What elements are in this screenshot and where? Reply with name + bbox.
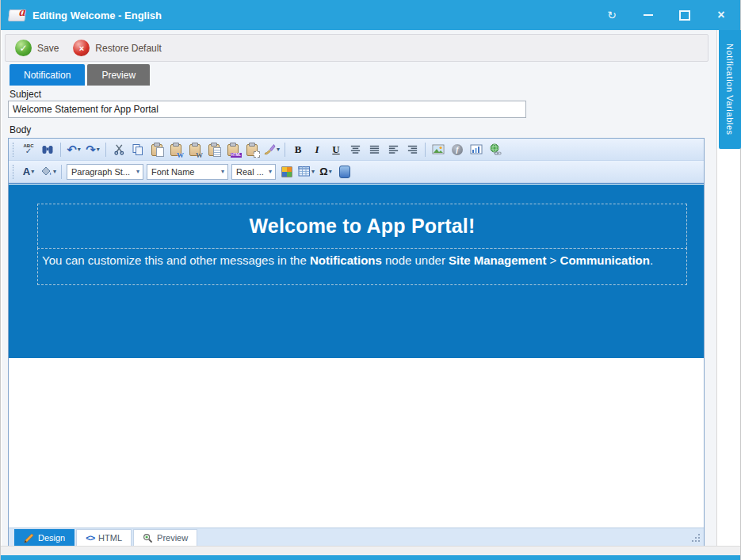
undo-button[interactable]: ↶ ▾ (64, 140, 83, 159)
insert-table-dropdown-arrow[interactable]: ▾ (311, 168, 315, 175)
redo-icon: ↷ (86, 143, 96, 155)
redo-dropdown-arrow[interactable]: ▾ (97, 146, 100, 153)
separator (285, 143, 285, 157)
insert-symbol-dropdown-arrow[interactable]: ▾ (329, 168, 332, 175)
maximize-button[interactable] (678, 9, 691, 21)
paste-special-icon (246, 144, 258, 156)
background-color-button[interactable]: ▾ (38, 162, 58, 181)
minimize-button[interactable] (642, 9, 655, 21)
font-size-select[interactable]: Real ... ▾ (231, 164, 276, 180)
justify-button[interactable] (365, 140, 384, 159)
paste-as-html-icon: HTML (227, 144, 239, 156)
align-left-icon (388, 143, 399, 155)
paragraph-style-select[interactable]: Paragraph St... ▾ (67, 164, 143, 180)
undo-dropdown-arrow[interactable]: ▾ (78, 146, 81, 153)
font-name-dropdown-arrow: ▾ (216, 168, 224, 175)
save-check-icon: ✓ (15, 40, 32, 56)
design-tab-label: Design (38, 533, 65, 543)
paste-icon (151, 144, 162, 156)
preview-tab-label: Preview (157, 533, 188, 543)
tab-notification[interactable]: Notification (10, 64, 85, 86)
rich-text-editor: ABC✓ ↶ ▾ (8, 138, 705, 547)
banner-body-text: You can customize this and other message… (42, 253, 653, 267)
underline-button[interactable]: U (327, 140, 346, 159)
cut-button[interactable] (109, 140, 128, 159)
heading-cell[interactable]: Welcome to App Portal! (37, 204, 687, 249)
right-dock-strip: Notification Variables (716, 30, 739, 547)
status-footer (1, 546, 740, 555)
paste-as-html-button[interactable]: HTML (223, 140, 243, 159)
media-manager-icon (470, 143, 483, 156)
paste-from-word-strip-font-button[interactable]: W (185, 140, 204, 159)
insert-symbol-button[interactable]: Ω ▾ (316, 162, 335, 181)
paste-from-word-button[interactable]: W (166, 140, 185, 159)
paste-from-word-icon: W (170, 144, 181, 156)
format-stripper-button[interactable]: ▾ (262, 140, 281, 159)
pencil-icon (24, 533, 34, 543)
font-color-icon: A (23, 166, 30, 177)
align-center-button[interactable] (346, 140, 365, 159)
html-tab-label: HTML (98, 533, 122, 543)
font-size-dropdown-arrow: ▾ (264, 168, 272, 175)
save-button[interactable]: ✓ Save (15, 40, 59, 56)
window-title: Editing Welcome - English (32, 10, 162, 21)
tab-editor-preview[interactable]: Preview (133, 529, 197, 546)
align-left-button[interactable] (384, 140, 403, 159)
resize-grip[interactable] (691, 534, 700, 543)
paste-button[interactable] (147, 140, 166, 159)
format-stripper-brush-icon (263, 143, 276, 156)
paragraph-style-dropdown-arrow: ▾ (132, 168, 139, 175)
subject-input[interactable] (8, 101, 526, 118)
paste-plain-text-icon (208, 144, 220, 156)
main-panel: ✓ Save × Restore Default Notification Pr… (2, 30, 716, 547)
spellcheck-button[interactable]: ABC✓ (19, 140, 38, 159)
align-right-button[interactable] (403, 140, 422, 159)
font-name-select[interactable]: Font Name ▾ (147, 164, 228, 180)
font-name-value: Font Name (151, 167, 194, 177)
dialog-window: a Editing Welcome - English ↻ × ✓ Save ×… (0, 0, 741, 560)
main-tabs: Notification Preview (10, 64, 150, 86)
window-controls: ↻ × (605, 9, 732, 21)
paste-special-button[interactable] (243, 140, 262, 159)
foreground-color-button[interactable]: A ▾ (19, 162, 38, 181)
table-icon (298, 166, 311, 177)
insert-snippet-button[interactable] (335, 162, 354, 181)
justify-icon (369, 143, 380, 155)
restore-default-button[interactable]: × Restore Default (73, 40, 161, 56)
link-manager-button[interactable] (486, 140, 505, 159)
redo-button[interactable]: ↷ ▾ (83, 140, 102, 159)
close-button[interactable]: × (715, 9, 728, 21)
tab-design[interactable]: Design (14, 529, 74, 546)
notification-variables-tab[interactable]: Notification Variables (719, 30, 741, 149)
css-class-icon (281, 166, 292, 177)
flash-manager-icon: f (452, 144, 463, 155)
align-center-icon (349, 143, 361, 155)
snippet-icon (339, 166, 350, 178)
body-label: Body (10, 124, 31, 135)
tab-html[interactable]: <> HTML (76, 529, 132, 546)
hyperlink-globe-icon (489, 143, 502, 156)
format-stripper-dropdown-arrow[interactable]: ▾ (277, 146, 280, 153)
insert-table-button[interactable]: ▾ (296, 162, 316, 181)
background-color-dropdown-arrow[interactable]: ▾ (53, 168, 56, 175)
copy-button[interactable] (128, 140, 147, 159)
separator (61, 165, 62, 179)
tab-preview[interactable]: Preview (87, 64, 150, 86)
bold-button[interactable]: B (288, 140, 307, 159)
omega-icon: Ω (319, 166, 327, 177)
separator (425, 143, 426, 157)
foreground-color-dropdown-arrow[interactable]: ▾ (31, 168, 34, 175)
body-cell[interactable]: You can customize this and other message… (37, 248, 687, 285)
paste-plain-text-button[interactable] (204, 140, 223, 159)
refresh-icon[interactable]: ↻ (605, 9, 618, 21)
spellcheck-icon: ABC✓ (24, 143, 34, 155)
paste-from-word-strip-icon: W (189, 144, 201, 156)
apply-css-class-button[interactable] (277, 162, 296, 181)
image-manager-button[interactable] (429, 140, 448, 159)
media-manager-button[interactable] (467, 140, 486, 159)
editor-canvas[interactable]: Welcome to App Portal! You can customize… (9, 183, 704, 528)
flash-manager-button[interactable]: f (448, 140, 467, 159)
italic-button[interactable]: I (307, 140, 327, 159)
editor-toolbar-row-1: ABC✓ ↶ ▾ (9, 139, 704, 161)
find-replace-button[interactable] (38, 140, 57, 159)
